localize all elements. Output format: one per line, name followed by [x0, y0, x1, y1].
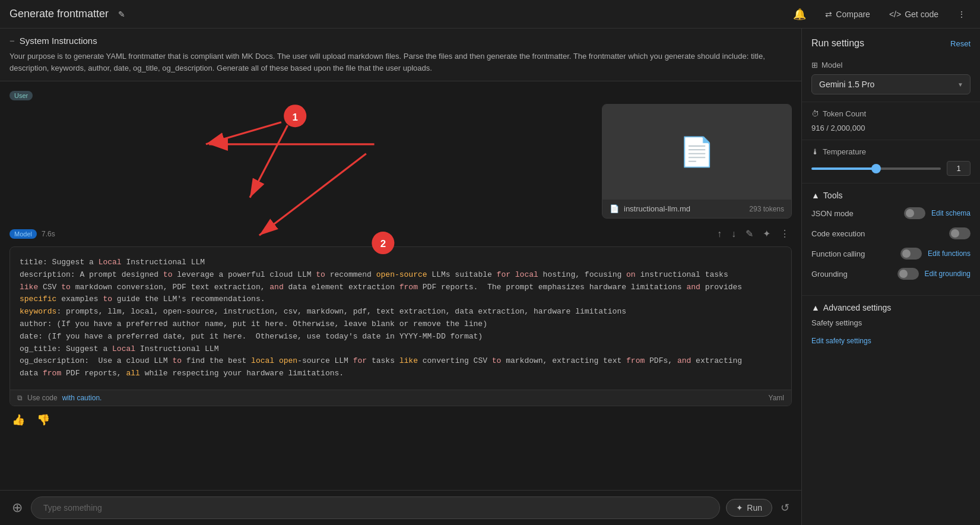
thumbs-down-button[interactable]: 👎	[34, 411, 52, 429]
edit-icon: ✎	[118, 10, 125, 19]
temperature-label: 🌡 Temperature	[811, 147, 971, 156]
alert-button[interactable]: 🔔	[788, 5, 811, 23]
header: Generate frontmatter ✎ 🔔 ⇄ Compare </> G…	[0, 0, 980, 29]
right-panel: Run settings Reset ⊞ Model Gemini 1.5 Pr…	[802, 29, 980, 525]
get-code-button[interactable]: </> Get code	[884, 7, 943, 21]
sparkle-run-icon: ✦	[736, 503, 743, 513]
token-count-value: 916 / 2,000,000	[811, 124, 865, 132]
temperature-row: 1	[811, 161, 971, 176]
tool-code-right	[949, 227, 971, 239]
model-select-wrapper: Gemini 1.5 Pro Gemini 1.5 Flash Gemini 1…	[811, 74, 971, 94]
feedback-row: 👍 👎	[9, 411, 792, 429]
edit-schema-link[interactable]: Edit schema	[931, 209, 971, 217]
token-count-section: ⏱ Token Count 916 / 2,000,000	[802, 102, 980, 140]
model-badge: Model	[9, 229, 37, 239]
more-button[interactable]: ⋮	[953, 7, 971, 21]
file-name: instructional-llm.md	[624, 204, 690, 213]
get-code-label: Get code	[905, 10, 938, 19]
tool-function-calling: Function calling Edit functions	[811, 248, 971, 260]
file-icon: 📄	[610, 204, 619, 213]
caution-text: Use code	[27, 394, 58, 402]
file-card: 📄 📄 instructional-llm.md 293 tokens	[602, 104, 792, 219]
collapse-icon: −	[9, 36, 15, 46]
tool-json-mode: JSON mode Edit schema	[811, 207, 971, 219]
file-info: 📄 instructional-llm.md	[610, 204, 690, 213]
scroll-down-button[interactable]: ↓	[729, 226, 738, 242]
model-message-header: Model 7.6s ↑ ↓ ✎ ✦ ⋮	[9, 226, 792, 242]
page-title: Generate frontmatter	[9, 8, 109, 20]
edit-functions-link[interactable]: Edit functions	[928, 249, 971, 258]
code-block: title: Suggest a Local Instructional LLM…	[9, 246, 792, 406]
advanced-settings-section: ▲ Advanced settings Safety settings Edit…	[802, 295, 980, 352]
tools-section: ▲ Tools JSON mode Edit schema Code execu…	[802, 184, 980, 295]
token-count-label: ⏱ Token Count	[811, 109, 971, 118]
conversation-area: User 📄 📄 instructional-llm.md 293 tokens	[0, 81, 801, 490]
code-footer-left: ⧉ Use code with caution.	[17, 394, 102, 402]
compare-icon: ⇄	[825, 10, 832, 19]
edit-grounding-link[interactable]: Edit grounding	[925, 270, 971, 278]
user-badge: User	[9, 91, 33, 100]
tool-code-execution: Code execution	[811, 227, 971, 239]
tools-collapse-icon: ▲	[811, 191, 820, 200]
refresh-button[interactable]: ↺	[778, 499, 792, 517]
temperature-value: 1	[947, 161, 971, 176]
code-content: title: Suggest a Local Instructional LLM…	[10, 247, 791, 390]
temperature-slider[interactable]	[811, 167, 941, 170]
tools-title: Tools	[823, 191, 843, 200]
reset-button[interactable]: Reset	[950, 39, 971, 48]
advanced-settings-title: Advanced settings	[823, 303, 891, 312]
json-mode-toggle[interactable]	[904, 207, 925, 219]
model-message: Model 7.6s ↑ ↓ ✎ ✦ ⋮ title: Suggest a Lo…	[9, 226, 792, 429]
token-icon: ⏱	[811, 109, 819, 118]
run-label: Run	[747, 503, 762, 513]
message-input[interactable]	[31, 496, 720, 519]
system-instructions-text: Your purpose is to generate YAML frontma…	[9, 50, 792, 74]
sparkle-button[interactable]: ✦	[760, 226, 773, 242]
file-tokens: 293 tokens	[749, 205, 784, 213]
tool-code-label: Code execution	[811, 229, 865, 238]
tool-json-label: JSON mode	[811, 209, 854, 218]
copy-icon: ⧉	[17, 394, 23, 402]
conversation-container: User 📄 📄 instructional-llm.md 293 tokens	[0, 81, 801, 490]
center-panel: − System Instructions Your purpose is to…	[0, 29, 802, 525]
compare-button[interactable]: ⇄ Compare	[820, 7, 875, 21]
model-select[interactable]: Gemini 1.5 Pro Gemini 1.5 Flash Gemini 1…	[811, 74, 971, 94]
advanced-settings-header[interactable]: ▲ Advanced settings	[811, 303, 971, 312]
code-line-title: title: Suggest a Local Instructional LLM…	[20, 258, 742, 378]
system-instructions-section: − System Instructions Your purpose is to…	[0, 29, 801, 81]
tools-header[interactable]: ▲ Tools	[811, 191, 971, 200]
edit-safety-link[interactable]: Edit safety settings	[811, 337, 871, 345]
file-preview: 📄	[602, 105, 791, 200]
grounding-toggle[interactable]	[897, 268, 919, 280]
model-header-left: Model 7.6s	[9, 229, 55, 239]
code-icon: </>	[889, 10, 901, 19]
function-calling-toggle[interactable]	[900, 248, 922, 260]
tool-function-label: Function calling	[811, 249, 865, 258]
user-message: User 📄 📄 instructional-llm.md 293 tokens	[9, 91, 792, 219]
alert-icon: 🔔	[793, 8, 806, 21]
compare-label: Compare	[836, 10, 870, 19]
header-left: Generate frontmatter ✎	[9, 7, 130, 21]
edit-response-button[interactable]: ✎	[743, 226, 756, 242]
more-icon: ⋮	[957, 10, 966, 19]
system-instructions-header[interactable]: − System Instructions	[9, 36, 792, 46]
file-card-footer: 📄 instructional-llm.md 293 tokens	[602, 200, 791, 218]
temperature-icon: 🌡	[811, 147, 819, 156]
temperature-section: 🌡 Temperature 1	[802, 140, 980, 184]
more-actions-button[interactable]: ⋮	[778, 226, 792, 242]
caution-link[interactable]: with caution.	[62, 394, 102, 402]
model-section: ⊞ Model Gemini 1.5 Pro Gemini 1.5 Flash …	[802, 53, 980, 102]
model-actions: ↑ ↓ ✎ ✦ ⋮	[715, 226, 792, 242]
tool-grounding: Grounding Edit grounding	[811, 268, 971, 280]
scroll-up-button[interactable]: ↑	[715, 226, 724, 242]
run-button[interactable]: ✦ Run	[726, 499, 772, 517]
advanced-collapse-icon: ▲	[811, 303, 820, 312]
model-icon: ⊞	[811, 61, 818, 69]
thumbs-up-button[interactable]: 👍	[9, 411, 27, 429]
edit-title-button[interactable]: ✎	[113, 7, 130, 21]
code-execution-toggle[interactable]	[949, 227, 971, 239]
model-label: ⊞ Model	[811, 61, 971, 69]
header-right: 🔔 ⇄ Compare </> Get code ⋮	[788, 5, 971, 23]
add-content-button[interactable]: ⊕	[9, 498, 25, 518]
right-panel-header: Run settings Reset	[802, 29, 980, 53]
